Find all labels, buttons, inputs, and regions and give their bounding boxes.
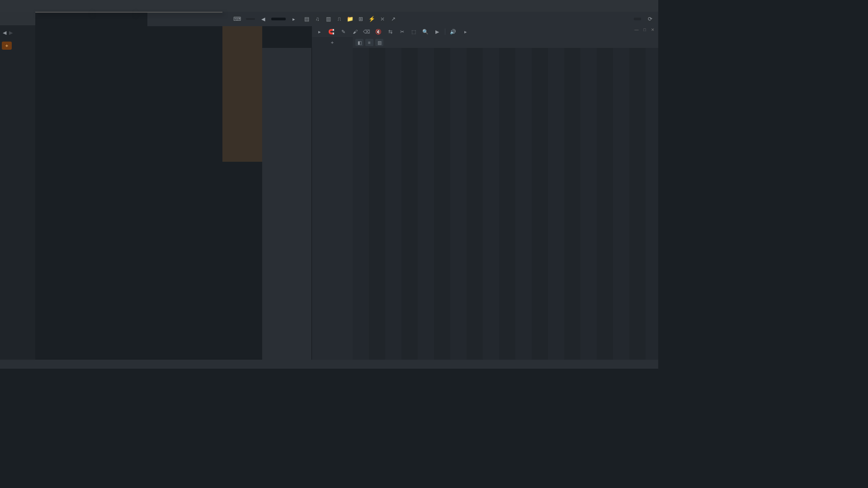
mixer-toggle-icon[interactable]: ⎍: [335, 14, 344, 23]
pattern-picker: [262, 48, 312, 360]
pl-close-button[interactable]: ✕: [649, 27, 656, 33]
playlist-toolbar: ▸ 🧲 ✎ 🖌 ⌫ 🔇 ⇆ ✂ ⬚ 🔍 ▶ 🔊 ▸: [312, 26, 658, 37]
playlist-window-controls: — □ ✕: [633, 27, 656, 33]
close-all-icon[interactable]: ⤫: [378, 14, 387, 23]
news-panel[interactable]: [634, 18, 641, 20]
pl-min-button[interactable]: —: [633, 27, 640, 33]
piano-roll-toggle-icon[interactable]: ♫: [313, 14, 322, 23]
prev-pattern-button[interactable]: ◀: [259, 15, 267, 23]
pl-speaker-icon[interactable]: 🔊: [449, 28, 457, 36]
add-menu-column2: [90, 12, 134, 13]
browser-panel: ◀ ▶ +: [0, 25, 35, 360]
track-header-column: [312, 48, 353, 360]
status-bar: [0, 360, 658, 369]
pl-max-button[interactable]: □: [641, 27, 648, 33]
pl-select-icon[interactable]: ⬚: [410, 28, 418, 36]
channel-rack-toggle-icon[interactable]: ▥: [324, 14, 333, 23]
playlist-toggle-icon[interactable]: ▤: [302, 14, 311, 23]
pl-magnet-icon[interactable]: 🧲: [327, 28, 335, 36]
pl-tool-a-icon[interactable]: ◧: [355, 39, 363, 46]
back-icon[interactable]: ◀: [3, 30, 6, 36]
add-menu-column3: [134, 12, 222, 13]
pl-slip-icon[interactable]: ⇆: [386, 28, 394, 36]
pattern-name-field[interactable]: [271, 18, 286, 20]
arrange-windows-icon[interactable]: ↗: [389, 14, 398, 23]
pl-pencil-icon[interactable]: ✎: [339, 28, 347, 36]
pl-zoom-icon[interactable]: 🔍: [421, 28, 429, 36]
pl-tool-b-icon[interactable]: ≡: [365, 39, 373, 46]
playlist: [312, 26, 658, 360]
next-pattern-button[interactable]: ▸: [290, 15, 297, 23]
plugin-picker-icon[interactable]: ⊞: [356, 14, 365, 23]
pl-brush-icon[interactable]: 🖌: [351, 28, 359, 36]
pl-tool-c-icon[interactable]: ▥: [375, 39, 383, 46]
playlist-view-tools: ◧ ≡ ▥: [353, 37, 658, 48]
playlist-grid[interactable]: [353, 37, 658, 360]
tempo-tapper-icon[interactable]: ⚡: [367, 14, 376, 23]
pl-slice-icon[interactable]: ✂: [398, 28, 406, 36]
add-menu-column1: [35, 12, 90, 13]
fwd-icon[interactable]: ▶: [9, 30, 13, 36]
channel-rack: [222, 26, 262, 162]
add-tab-button[interactable]: +: [2, 42, 12, 50]
project-label: [0, 12, 35, 25]
news-refresh-icon[interactable]: ⟳: [646, 14, 655, 23]
pl-mute-icon[interactable]: 🔇: [374, 28, 382, 36]
pl-play-icon[interactable]: ▶: [433, 28, 441, 36]
typing-kb-icon[interactable]: ⌨: [232, 14, 241, 23]
pl-menu-icon[interactable]: ▸: [316, 28, 324, 36]
hint-bar: ⌨ ◀ ▸ ▤ ♫ ▥ ⎍ 📁 ⊞ ⚡ ⤫ ↗ ⟳: [147, 12, 658, 26]
pl-erase-icon[interactable]: ⌫: [363, 28, 371, 36]
browser-toggle-icon[interactable]: 📁: [345, 14, 354, 23]
main-menubar: [0, 0, 658, 12]
step-mode-chip[interactable]: [246, 18, 255, 20]
add-track-button[interactable]: +: [312, 37, 353, 48]
